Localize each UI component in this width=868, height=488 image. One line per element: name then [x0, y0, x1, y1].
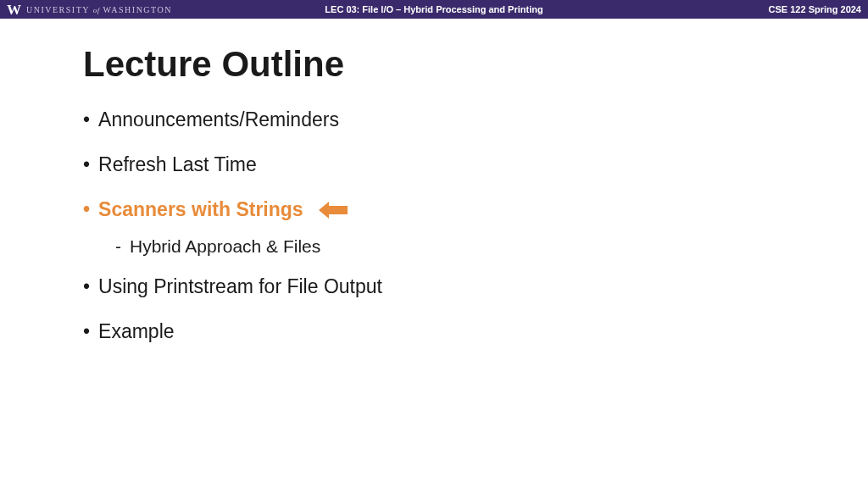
university-prefix: UNIVERSITY [26, 5, 90, 14]
outline-item-label: Announcements/Reminders [98, 108, 339, 131]
outline-item-printstream: Using Printstream for File Output [83, 275, 868, 298]
outline-subitem-hybrid: Hybrid Approach & Files [115, 236, 868, 257]
outline-item-example: Example [83, 320, 868, 343]
current-section-arrow-icon [319, 202, 348, 219]
slide-header: W UNIVERSITY of WASHINGTON LEC 03: File … [0, 0, 868, 19]
page-title: Lecture Outline [83, 44, 868, 85]
header-left: W UNIVERSITY of WASHINGTON [7, 3, 172, 17]
uw-logo-icon: W [7, 3, 21, 17]
lecture-title: LEC 03: File I/O – Hybrid Processing and… [325, 4, 542, 14]
outline-subitem-label: Hybrid Approach & Files [130, 236, 320, 257]
outline-item-label: Example [98, 320, 174, 343]
outline-item-refresh: Refresh Last Time [83, 153, 868, 176]
outline-item-scanners: Scanners with Strings [83, 198, 868, 221]
svg-marker-0 [319, 202, 348, 219]
university-of: of [93, 6, 100, 14]
outline-item-label: Using Printstream for File Output [98, 275, 382, 298]
outline-list: Announcements/Reminders Refresh Last Tim… [83, 108, 868, 343]
university-suffix: WASHINGTON [103, 5, 171, 14]
outline-sublist: Hybrid Approach & Files [115, 236, 868, 257]
outline-item-label: Scanners with Strings [98, 198, 303, 221]
outline-item-announcements: Announcements/Reminders [83, 108, 868, 131]
course-label: CSE 122 Spring 2024 [769, 4, 861, 14]
slide-content: Lecture Outline Announcements/Reminders … [0, 19, 868, 343]
university-name: UNIVERSITY of WASHINGTON [26, 5, 172, 14]
outline-item-label: Refresh Last Time [98, 153, 257, 176]
